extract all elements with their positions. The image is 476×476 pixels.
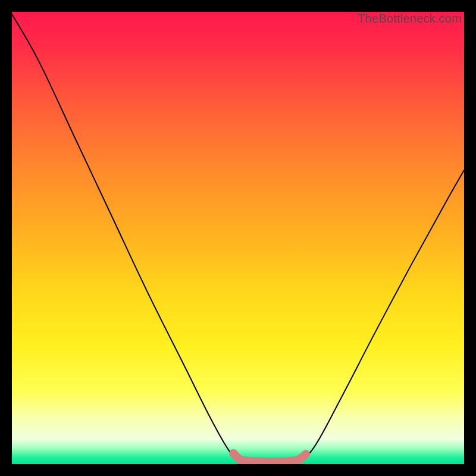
attribution-label: TheBottleneck.com	[358, 12, 462, 26]
chart-frame: TheBottleneck.com	[12, 12, 464, 464]
chart-background	[12, 12, 464, 464]
bottleneck-chart	[12, 12, 464, 464]
